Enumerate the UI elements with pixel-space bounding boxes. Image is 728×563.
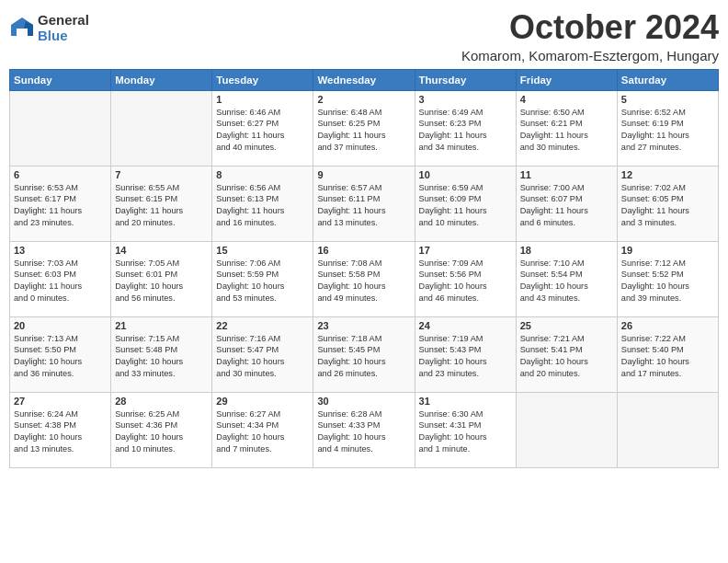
calendar-cell: 1Sunrise: 6:46 AM Sunset: 6:27 PM Daylig… (212, 90, 313, 166)
calendar-cell: 5Sunrise: 6:52 AM Sunset: 6:19 PM Daylig… (617, 90, 718, 166)
calendar-cell: 18Sunrise: 7:10 AM Sunset: 5:54 PM Dayli… (516, 241, 617, 316)
calendar-cell: 27Sunrise: 6:24 AM Sunset: 4:38 PM Dayli… (10, 392, 111, 467)
day-number: 20 (14, 320, 107, 331)
day-number: 8 (216, 169, 309, 180)
day-detail: Sunrise: 7:19 AM Sunset: 5:43 PM Dayligh… (419, 333, 512, 381)
month-title: October 2024 (461, 9, 719, 46)
calendar-cell: 8Sunrise: 6:56 AM Sunset: 6:13 PM Daylig… (212, 166, 313, 241)
calendar-cell: 21Sunrise: 7:15 AM Sunset: 5:48 PM Dayli… (111, 316, 212, 392)
day-number: 10 (419, 169, 512, 180)
header-thursday: Thursday (415, 69, 516, 90)
calendar-cell: 15Sunrise: 7:06 AM Sunset: 5:59 PM Dayli… (212, 241, 313, 316)
day-detail: Sunrise: 7:21 AM Sunset: 5:41 PM Dayligh… (520, 333, 613, 381)
day-detail: Sunrise: 6:46 AM Sunset: 6:27 PM Dayligh… (216, 107, 309, 155)
calendar-cell: 7Sunrise: 6:55 AM Sunset: 6:15 PM Daylig… (111, 166, 212, 241)
calendar-cell: 22Sunrise: 7:16 AM Sunset: 5:47 PM Dayli… (212, 316, 313, 392)
day-number: 17 (419, 245, 512, 256)
day-detail: Sunrise: 7:22 AM Sunset: 5:40 PM Dayligh… (621, 333, 714, 381)
day-detail: Sunrise: 7:06 AM Sunset: 5:59 PM Dayligh… (216, 258, 309, 305)
calendar-header: SundayMondayTuesdayWednesdayThursdayFrid… (10, 69, 719, 90)
calendar-cell: 12Sunrise: 7:02 AM Sunset: 6:05 PM Dayli… (617, 166, 718, 241)
header-monday: Monday (111, 69, 212, 90)
day-detail: Sunrise: 6:27 AM Sunset: 4:34 PM Dayligh… (216, 408, 309, 456)
day-detail: Sunrise: 7:08 AM Sunset: 5:58 PM Dayligh… (317, 258, 410, 305)
day-number: 2 (317, 94, 410, 105)
day-detail: Sunrise: 6:28 AM Sunset: 4:33 PM Dayligh… (317, 408, 410, 456)
day-number: 31 (419, 396, 512, 407)
header-tuesday: Tuesday (212, 69, 313, 90)
day-detail: Sunrise: 6:25 AM Sunset: 4:36 PM Dayligh… (115, 408, 208, 456)
day-number: 23 (317, 320, 410, 331)
day-detail: Sunrise: 6:49 AM Sunset: 6:23 PM Dayligh… (419, 107, 512, 155)
header-saturday: Saturday (617, 69, 718, 90)
calendar-cell: 25Sunrise: 7:21 AM Sunset: 5:41 PM Dayli… (516, 316, 617, 392)
day-number: 24 (419, 320, 512, 331)
day-number: 15 (216, 245, 309, 256)
week-row-4: 27Sunrise: 6:24 AM Sunset: 4:38 PM Dayli… (10, 392, 719, 467)
day-detail: Sunrise: 7:12 AM Sunset: 5:52 PM Dayligh… (621, 258, 714, 305)
week-row-3: 20Sunrise: 7:13 AM Sunset: 5:50 PM Dayli… (10, 316, 719, 392)
day-detail: Sunrise: 6:56 AM Sunset: 6:13 PM Dayligh… (216, 182, 309, 230)
calendar-cell: 10Sunrise: 6:59 AM Sunset: 6:09 PM Dayli… (415, 166, 516, 241)
calendar-cell (111, 90, 212, 166)
week-row-1: 6Sunrise: 6:53 AM Sunset: 6:17 PM Daylig… (10, 166, 719, 241)
day-detail: Sunrise: 7:00 AM Sunset: 6:07 PM Dayligh… (520, 182, 613, 230)
calendar-cell: 11Sunrise: 7:00 AM Sunset: 6:07 PM Dayli… (516, 166, 617, 241)
day-detail: Sunrise: 7:18 AM Sunset: 5:45 PM Dayligh… (317, 333, 410, 381)
header-row: SundayMondayTuesdayWednesdayThursdayFrid… (10, 69, 719, 90)
calendar-cell: 20Sunrise: 7:13 AM Sunset: 5:50 PM Dayli… (10, 316, 111, 392)
day-detail: Sunrise: 6:55 AM Sunset: 6:15 PM Dayligh… (115, 182, 208, 230)
calendar-cell: 29Sunrise: 6:27 AM Sunset: 4:34 PM Dayli… (212, 392, 313, 467)
logo: General Blue (9, 13, 89, 43)
day-detail: Sunrise: 6:53 AM Sunset: 6:17 PM Dayligh… (14, 182, 107, 230)
logo-general: General (38, 13, 89, 29)
day-number: 21 (115, 320, 208, 331)
day-number: 29 (216, 396, 309, 407)
day-detail: Sunrise: 6:57 AM Sunset: 6:11 PM Dayligh… (317, 182, 410, 230)
day-number: 4 (520, 94, 613, 105)
calendar-cell: 13Sunrise: 7:03 AM Sunset: 6:03 PM Dayli… (10, 241, 111, 316)
calendar-cell (516, 392, 617, 467)
calendar-cell: 6Sunrise: 6:53 AM Sunset: 6:17 PM Daylig… (10, 166, 111, 241)
day-detail: Sunrise: 7:15 AM Sunset: 5:48 PM Dayligh… (115, 333, 208, 381)
day-number: 28 (115, 396, 208, 407)
day-number: 14 (115, 245, 208, 256)
day-number: 13 (14, 245, 107, 256)
day-number: 3 (419, 94, 512, 105)
location: Komarom, Komarom-Esztergom, Hungary (461, 48, 719, 63)
day-number: 30 (317, 396, 410, 407)
day-number: 7 (115, 169, 208, 180)
day-detail: Sunrise: 6:30 AM Sunset: 4:31 PM Dayligh… (419, 408, 512, 456)
day-number: 11 (520, 169, 613, 180)
day-number: 18 (520, 245, 613, 256)
week-row-0: 1Sunrise: 6:46 AM Sunset: 6:27 PM Daylig… (10, 90, 719, 166)
day-number: 22 (216, 320, 309, 331)
calendar-cell (10, 90, 111, 166)
calendar-cell: 24Sunrise: 7:19 AM Sunset: 5:43 PM Dayli… (415, 316, 516, 392)
day-number: 1 (216, 94, 309, 105)
calendar-cell: 9Sunrise: 6:57 AM Sunset: 6:11 PM Daylig… (313, 166, 415, 241)
day-detail: Sunrise: 7:16 AM Sunset: 5:47 PM Dayligh… (216, 333, 309, 381)
day-detail: Sunrise: 7:09 AM Sunset: 5:56 PM Dayligh… (419, 258, 512, 305)
day-number: 26 (621, 320, 714, 331)
calendar-cell: 30Sunrise: 6:28 AM Sunset: 4:33 PM Dayli… (313, 392, 415, 467)
day-detail: Sunrise: 6:50 AM Sunset: 6:21 PM Dayligh… (520, 107, 613, 155)
calendar-cell: 31Sunrise: 6:30 AM Sunset: 4:31 PM Dayli… (415, 392, 516, 467)
calendar-cell (617, 392, 718, 467)
calendar-cell: 28Sunrise: 6:25 AM Sunset: 4:36 PM Dayli… (111, 392, 212, 467)
calendar-table: SundayMondayTuesdayWednesdayThursdayFrid… (9, 69, 719, 468)
day-number: 12 (621, 169, 714, 180)
calendar-cell: 3Sunrise: 6:49 AM Sunset: 6:23 PM Daylig… (415, 90, 516, 166)
calendar-cell: 4Sunrise: 6:50 AM Sunset: 6:21 PM Daylig… (516, 90, 617, 166)
day-number: 27 (14, 396, 107, 407)
calendar-cell: 23Sunrise: 7:18 AM Sunset: 5:45 PM Dayli… (313, 316, 415, 392)
calendar-cell: 14Sunrise: 7:05 AM Sunset: 6:01 PM Dayli… (111, 241, 212, 316)
day-number: 6 (14, 169, 107, 180)
day-detail: Sunrise: 7:13 AM Sunset: 5:50 PM Dayligh… (14, 333, 107, 381)
calendar-cell: 26Sunrise: 7:22 AM Sunset: 5:40 PM Dayli… (617, 316, 718, 392)
day-detail: Sunrise: 7:02 AM Sunset: 6:05 PM Dayligh… (621, 182, 714, 230)
day-number: 19 (621, 245, 714, 256)
calendar-cell: 16Sunrise: 7:08 AM Sunset: 5:58 PM Dayli… (313, 241, 415, 316)
week-row-2: 13Sunrise: 7:03 AM Sunset: 6:03 PM Dayli… (10, 241, 719, 316)
day-number: 16 (317, 245, 410, 256)
